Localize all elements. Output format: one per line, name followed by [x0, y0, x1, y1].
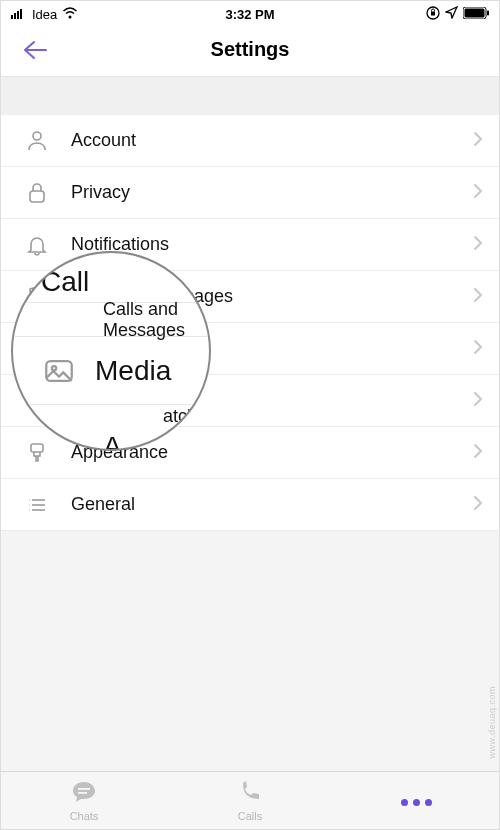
row-label: Account — [71, 130, 473, 151]
page-title: Settings — [211, 38, 290, 61]
account-icon — [23, 127, 51, 155]
svg-point-22 — [52, 366, 56, 370]
bell-icon — [23, 231, 51, 259]
svg-rect-1 — [14, 13, 16, 19]
location-icon — [445, 6, 458, 22]
svg-rect-23 — [78, 788, 90, 790]
svg-point-9 — [33, 132, 41, 140]
magnifier-media-row: Media — [13, 337, 209, 405]
chevron-right-icon — [473, 235, 483, 255]
tab-bar: Chats Calls — [1, 771, 499, 829]
section-gap — [1, 77, 499, 115]
svg-rect-14 — [31, 444, 43, 452]
svg-rect-3 — [20, 9, 22, 19]
list-icon — [23, 491, 51, 519]
chevron-right-icon — [473, 339, 483, 359]
magnifier-media-label: Media — [95, 355, 209, 387]
carrier-label: Idea — [32, 7, 57, 22]
watermark: www.deuaq.com — [487, 686, 497, 759]
row-label: Privacy — [71, 182, 473, 203]
lock-icon — [23, 179, 51, 207]
chevron-right-icon — [473, 391, 483, 411]
magnifier-partial-label: Calls and Messages — [103, 299, 209, 341]
back-button[interactable] — [15, 30, 55, 70]
tab-label: Chats — [70, 810, 99, 822]
phone-icon — [238, 780, 262, 808]
tab-chats[interactable]: Chats — [1, 772, 167, 829]
svg-rect-5 — [431, 11, 435, 15]
chevron-right-icon — [473, 183, 483, 203]
svg-rect-24 — [78, 792, 87, 794]
row-label: Notifications — [71, 234, 473, 255]
wifi-icon — [62, 7, 78, 22]
chevron-right-icon — [473, 495, 483, 515]
nav-header: Settings — [1, 23, 499, 77]
row-general[interactable]: General — [1, 479, 499, 531]
svg-rect-8 — [487, 10, 489, 15]
signal-icon — [11, 7, 27, 22]
chevron-right-icon — [473, 131, 483, 151]
svg-rect-2 — [17, 11, 19, 19]
more-icon — [401, 799, 432, 806]
svg-rect-7 — [465, 8, 485, 17]
lock-rotation-icon — [426, 6, 440, 23]
tab-calls[interactable]: Calls — [167, 772, 333, 829]
brush-icon — [23, 439, 51, 467]
magnifier-callout: Call Calls and Messages Media atch A — [11, 251, 211, 451]
status-bar: Idea 3:32 PM — [1, 1, 499, 23]
back-arrow-icon — [22, 39, 48, 61]
chat-icon — [71, 780, 97, 808]
battery-icon — [463, 7, 489, 22]
svg-rect-0 — [11, 15, 13, 19]
svg-rect-10 — [30, 191, 44, 202]
tab-more[interactable] — [333, 772, 499, 829]
row-label: General — [71, 494, 473, 515]
row-account[interactable]: Account — [1, 115, 499, 167]
row-privacy[interactable]: Privacy — [1, 167, 499, 219]
image-icon — [41, 353, 77, 389]
tab-label: Calls — [238, 810, 262, 822]
chevron-right-icon — [473, 287, 483, 307]
chevron-right-icon — [473, 443, 483, 463]
clock-label: 3:32 PM — [225, 7, 274, 22]
